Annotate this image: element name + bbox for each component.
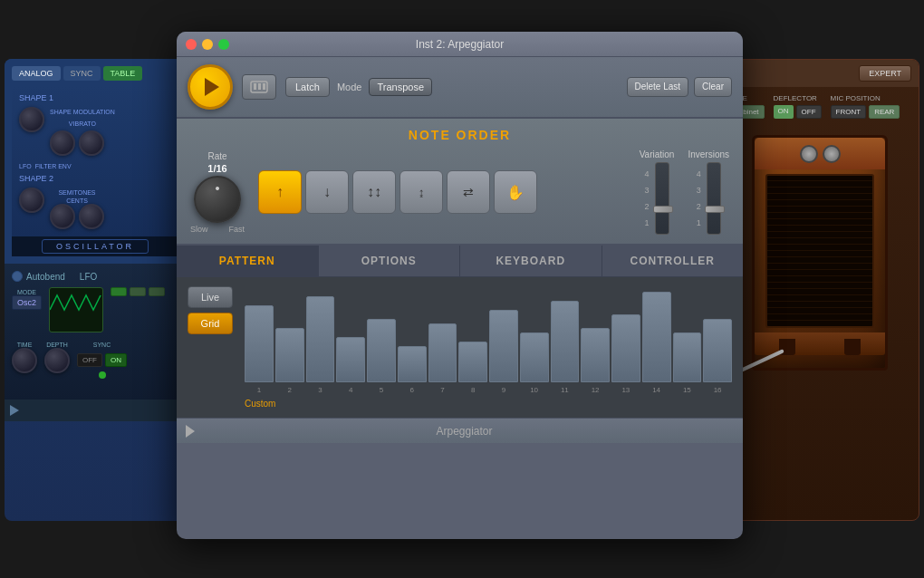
deflector-off-btn[interactable]: OFF (796, 105, 822, 119)
sync-indicator (99, 371, 106, 379)
time-knob[interactable] (12, 348, 37, 373)
deflector-on-btn[interactable]: ON (774, 105, 794, 119)
arrow-up-button[interactable]: ↑ (258, 170, 302, 214)
pattern-bar-7[interactable] (428, 323, 457, 382)
vibrato-knob[interactable] (79, 130, 104, 156)
pattern-bar-14[interactable] (642, 292, 671, 382)
play-button[interactable] (188, 64, 233, 110)
bar-label-5: 5 (367, 386, 396, 394)
synth-tab-table[interactable]: TABLE (103, 66, 143, 81)
pattern-bar-10[interactable] (520, 332, 549, 382)
close-button[interactable] (186, 39, 197, 50)
pattern-bar-15[interactable] (673, 332, 702, 382)
oscillator-label: OSCILLATOR (42, 239, 149, 254)
title-bar: Inst 2: Arpeggiator (177, 32, 743, 57)
latch-button[interactable]: Latch (285, 77, 330, 97)
sync-label: SYNC (93, 342, 111, 348)
pattern-bar-6[interactable] (398, 346, 427, 382)
tab-keyboard[interactable]: KEYBOARD (460, 246, 602, 276)
vibrato-label: VIBRATO (50, 120, 115, 127)
depth-label: DEPTH (44, 342, 70, 348)
filter-env-label: FILTER ENV (35, 163, 72, 169)
live-button[interactable]: Live (188, 286, 233, 308)
mode-value-lfo[interactable]: Osc2 (12, 295, 42, 310)
variation-slider-thumb (653, 206, 673, 213)
mic-position-label: MIC POSITION (831, 94, 900, 102)
bar-label-12: 12 (581, 386, 610, 394)
lfo-section-label: LFO (80, 272, 97, 282)
synth-tab-analog[interactable]: ANALOG (12, 66, 61, 81)
autobend-label: Autobend (26, 272, 65, 282)
shape1-knob[interactable] (19, 107, 44, 132)
mic-rear-btn[interactable]: REAR (869, 105, 900, 119)
synth-tab-sync[interactable]: SYNC (63, 66, 101, 81)
tab-options[interactable]: OPTIONS (319, 246, 461, 276)
shape2-knob[interactable] (19, 188, 44, 213)
pattern-bar-5[interactable] (367, 319, 396, 382)
maximize-button[interactable] (218, 39, 229, 50)
cents-label: CENTS (50, 197, 104, 204)
slow-label: Slow (190, 225, 208, 234)
inv-label-3: 3 (697, 186, 701, 195)
pattern-bar-16[interactable] (703, 319, 732, 382)
power-icon[interactable] (12, 271, 23, 282)
midi-button[interactable] (242, 74, 276, 100)
rate-knob[interactable] (194, 176, 241, 223)
cents-knob[interactable] (79, 204, 104, 229)
wave-preset-3[interactable] (149, 287, 165, 296)
bottom-play-icon[interactable] (186, 425, 195, 438)
variation-slider[interactable] (655, 162, 669, 235)
expert-button[interactable]: EXPERT (859, 65, 911, 82)
grid-button[interactable]: Grid (188, 313, 233, 334)
tab-pattern[interactable]: PATTERN (177, 246, 319, 276)
mode-value[interactable]: Transpose (369, 78, 432, 96)
pattern-bar-3[interactable] (306, 296, 335, 382)
semitones-knob[interactable] (50, 204, 75, 229)
arrow-buttons-group: ↑ ↓ ↕↕ ↨ ⇄ ✋ (258, 170, 537, 214)
shuffle-button[interactable]: ⇄ (447, 170, 490, 214)
sync-off-btn[interactable]: OFF (77, 353, 102, 367)
arrow-down-button[interactable]: ↓ (305, 170, 349, 214)
wave-preset-1[interactable] (111, 287, 127, 296)
shape-mod-knob[interactable] (50, 130, 75, 156)
svg-rect-2 (258, 83, 261, 90)
tab-controller[interactable]: CONTROLLER (602, 246, 744, 276)
custom-label: Custom (245, 399, 732, 409)
pattern-bar-8[interactable] (458, 342, 487, 382)
svg-rect-3 (263, 83, 265, 90)
arrow-updown2-button[interactable]: ↨ (399, 170, 443, 214)
bar-label-16: 16 (703, 386, 732, 394)
wave-preset-2[interactable] (130, 287, 146, 296)
top-controls-bar: Latch Mode Transpose Delete Last Clear (177, 57, 743, 119)
bar-label-13: 13 (611, 386, 640, 394)
pattern-bar-9[interactable] (489, 310, 518, 382)
cabinet-body (752, 135, 888, 371)
left-play-icon[interactable] (10, 405, 19, 416)
bar-label-11: 11 (551, 386, 580, 394)
var-label-2: 2 (645, 202, 650, 211)
bar-label-9: 9 (489, 386, 518, 394)
mic-front-btn[interactable]: FRONT (831, 105, 867, 119)
pattern-bar-2[interactable] (275, 328, 304, 382)
shape-mod-label: SHAPE MODULATION (50, 109, 115, 115)
note-order-section: NOTE ORDER Rate 1/16 Slow Fast ↑ ↓ ↕↕ ↨ (177, 119, 743, 246)
inversions-slider[interactable] (707, 162, 721, 235)
pattern-bar-4[interactable] (336, 337, 365, 382)
sync-on-btn[interactable]: ON (105, 353, 127, 367)
arrow-updown-button[interactable]: ↕↕ (352, 170, 396, 214)
pattern-bar-11[interactable] (551, 301, 580, 382)
variation-label: Variation (640, 149, 675, 159)
pattern-bar-13[interactable] (611, 314, 640, 382)
depth-knob[interactable] (44, 348, 70, 373)
delete-last-button[interactable]: Delete Last (627, 77, 689, 97)
inv-label-2: 2 (697, 202, 701, 211)
pattern-bar-12[interactable] (581, 328, 610, 382)
pattern-bar-1[interactable] (245, 305, 274, 382)
minimize-button[interactable] (202, 39, 213, 50)
hold-button[interactable]: ✋ (494, 170, 537, 214)
clear-button[interactable]: Clear (694, 77, 732, 97)
left-synth-panel: ANALOG SYNC TABLE SHAPE 1 SHAPE MODULATI… (0, 54, 195, 525)
rate-value: 1/16 (207, 163, 226, 174)
rate-section: Rate 1/16 Slow Fast (190, 151, 245, 234)
tabs-bar: PATTERN OPTIONS KEYBOARD CONTROLLER (177, 246, 743, 277)
